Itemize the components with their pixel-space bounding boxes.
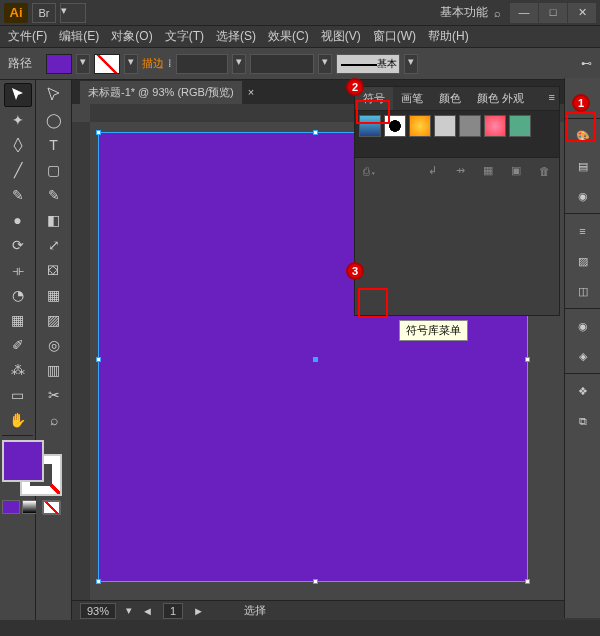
new-symbol-icon[interactable]: ▣ (507, 162, 525, 180)
rotate-tool[interactable]: ⟳ (4, 233, 32, 257)
lasso-tool[interactable]: ◯ (40, 108, 68, 132)
stroke-weight-link-icon[interactable]: ⁞ (168, 57, 172, 70)
scale-tool[interactable]: ⤢ (40, 233, 68, 257)
artboards-panel-icon[interactable]: ⧉ (570, 408, 596, 434)
menu-window[interactable]: 窗口(W) (373, 28, 416, 45)
selection-tool[interactable] (4, 83, 32, 107)
menu-effect[interactable]: 效果(C) (268, 28, 309, 45)
artboard-number[interactable]: 1 (163, 603, 183, 619)
panel-menu-icon[interactable]: ≡ (545, 87, 559, 110)
break-link-icon[interactable]: ⇸ (451, 162, 469, 180)
close-button[interactable]: ✕ (568, 3, 596, 23)
fill-color-swatch[interactable] (2, 440, 44, 482)
direct-selection-tool[interactable] (40, 83, 68, 107)
tab-appearance[interactable]: 颜色 外观 (469, 87, 532, 110)
minimize-button[interactable]: — (510, 3, 538, 23)
ruler-vertical (72, 122, 90, 600)
gradient-tool[interactable]: ▨ (40, 308, 68, 332)
next-artboard-icon[interactable]: ► (193, 605, 204, 617)
tab-color[interactable]: 颜色 (431, 87, 469, 110)
color-mode-solid[interactable] (2, 500, 20, 514)
place-symbol-icon[interactable]: ↲ (423, 162, 441, 180)
artboard-tool[interactable]: ▭ (4, 383, 32, 407)
gradient-panel-icon[interactable]: ▨ (570, 248, 596, 274)
bridge-button[interactable]: Br (32, 3, 56, 23)
transparency-panel-icon[interactable]: ◫ (570, 278, 596, 304)
blob-brush-tool[interactable]: ● (4, 208, 32, 232)
workspace-switcher[interactable]: 基本功能 (440, 4, 488, 21)
paintbrush-tool[interactable]: ✎ (4, 183, 32, 207)
hand-tool[interactable]: ✋ (4, 408, 32, 432)
column-graph-tool[interactable]: ▥ (40, 358, 68, 382)
chevron-down-icon: ▾ (61, 4, 67, 16)
menu-select[interactable]: 选择(S) (216, 28, 256, 45)
blend-tool[interactable]: ◎ (40, 333, 68, 357)
brush-dropdown[interactable]: ▾ (404, 54, 418, 74)
appearance-panel-icon[interactable]: ◉ (570, 313, 596, 339)
zoom-dropdown-icon[interactable]: ▾ (126, 604, 132, 617)
zoom-tool[interactable]: ⌕ (40, 408, 68, 432)
stroke-dropdown[interactable]: ▾ (124, 54, 138, 74)
symbol-sprayer-tool[interactable]: ⁂ (4, 358, 32, 382)
color-guide-icon[interactable]: ◉ (570, 183, 596, 209)
stroke-swatch[interactable] (94, 54, 120, 74)
close-tab-icon[interactable]: × (248, 86, 254, 98)
zoom-level[interactable]: 93% (80, 603, 116, 619)
menu-help[interactable]: 帮助(H) (428, 28, 469, 45)
delete-symbol-icon[interactable]: 🗑 (535, 162, 553, 180)
annotation-box-2 (356, 100, 390, 124)
menu-object[interactable]: 对象(O) (111, 28, 152, 45)
graphic-styles-icon[interactable]: ◈ (570, 343, 596, 369)
symbol-flower[interactable] (484, 115, 506, 137)
type-tool[interactable]: T (40, 133, 68, 157)
annotation-box-1 (566, 112, 596, 142)
title-bar: Ai Br ▾ 基本功能 ⌕ — □ ✕ (0, 0, 600, 26)
menu-file[interactable]: 文件(F) (8, 28, 47, 45)
eyedropper-tool[interactable]: ✐ (4, 333, 32, 357)
magic-wand-tool[interactable]: ✦ (4, 108, 32, 132)
menu-type[interactable]: 文字(T) (165, 28, 204, 45)
right-dock: ♣ 🎨 ▤ ◉ ≡ ▨ ◫ ◉ ◈ ❖ ⧉ (564, 78, 600, 618)
perspective-grid-tool[interactable]: ▦ (40, 283, 68, 307)
pen-tool[interactable] (4, 133, 32, 157)
line-segment-tool[interactable]: ╱ (4, 158, 32, 182)
variable-width-input[interactable] (250, 54, 314, 74)
symbol-library-menu-icon[interactable]: ⎙▾ (361, 162, 379, 180)
pencil-tool[interactable]: ✎ (40, 183, 68, 207)
stroke-weight-input[interactable] (176, 54, 228, 74)
mesh-tool[interactable]: ▦ (4, 308, 32, 332)
symbol-sun[interactable] (409, 115, 431, 137)
tab-brushes[interactable]: 画笔 (393, 87, 431, 110)
swatches-panel-icon[interactable]: ▤ (570, 153, 596, 179)
menu-view[interactable]: 视图(V) (321, 28, 361, 45)
maximize-button[interactable]: □ (539, 3, 567, 23)
control-expand-icon[interactable]: ⊷ (581, 57, 592, 70)
arrange-dropdown[interactable]: ▾ (60, 3, 86, 23)
annotation-box-3 (358, 288, 388, 318)
color-mode-none[interactable] (42, 500, 60, 514)
menu-edit[interactable]: 编辑(E) (59, 28, 99, 45)
stroke-panel-icon[interactable]: ≡ (570, 218, 596, 244)
prev-artboard-icon[interactable]: ◄ (142, 605, 153, 617)
search-icon[interactable]: ⌕ (494, 7, 501, 19)
rectangle-tool[interactable]: ▢ (40, 158, 68, 182)
eraser-tool[interactable]: ◧ (40, 208, 68, 232)
control-bar: 路径 ▾ ▾ 描边 ⁞ ▾ ▾ 基本 ▾ ⊷ (0, 48, 600, 80)
document-tab[interactable]: 未标题-1* @ 93% (RGB/预览) (80, 81, 242, 104)
tools-panel-right: ◯ T ▢ ✎ ◧ ⤢ ⛋ ▦ ▨ ◎ ▥ ✂ ⌕ (36, 80, 72, 620)
symbol-star[interactable] (434, 115, 456, 137)
shape-builder-tool[interactable]: ◔ (4, 283, 32, 307)
symbol-gear[interactable] (459, 115, 481, 137)
slice-tool[interactable]: ✂ (40, 383, 68, 407)
fill-dropdown[interactable]: ▾ (76, 54, 90, 74)
variable-width-dropdown[interactable]: ▾ (318, 54, 332, 74)
symbol-cube[interactable] (509, 115, 531, 137)
width-tool[interactable]: ⟛ (4, 258, 32, 282)
fill-swatch[interactable] (46, 54, 72, 74)
free-transform-tool[interactable]: ⛋ (40, 258, 68, 282)
layers-panel-icon[interactable]: ❖ (570, 378, 596, 404)
symbol-options-icon[interactable]: ▦ (479, 162, 497, 180)
brush-definition[interactable]: 基本 (336, 54, 400, 74)
stroke-weight-dropdown[interactable]: ▾ (232, 54, 246, 74)
color-picker[interactable] (2, 440, 62, 496)
